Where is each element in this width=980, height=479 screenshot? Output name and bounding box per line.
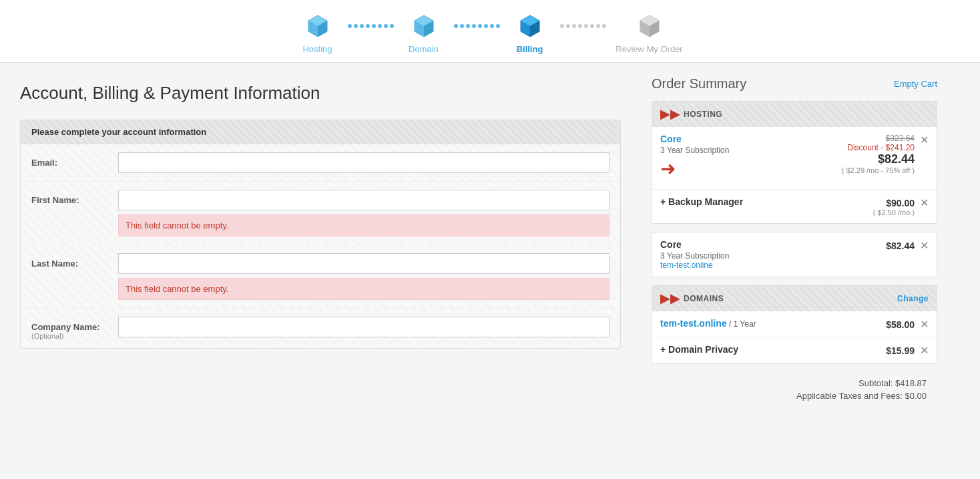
core-hosting-main-price: $82.44 [842,152,915,166]
last-name-error: This field cannot be empty. [118,278,609,300]
last-name-label: Last Name: [31,253,118,269]
core-domain-right: $82.44 ✕ [886,239,929,251]
core-hosting-original-price: $323.64 [842,134,915,143]
first-name-label: First Name: [31,190,118,205]
main-layout: Account, Billing & Payment Information P… [0,63,980,424]
right-arrow-icon: ➜ [660,158,842,180]
core-hosting-item: Core 3 Year Subscription ➜ $323.64 Disco… [652,127,937,190]
company-name-label: Company Name: (Optional) [31,317,118,340]
dot [584,24,588,28]
domain-item-remove-button[interactable]: ✕ [920,319,929,330]
dot [454,24,458,28]
dot [372,24,376,28]
step-billing[interactable]: Billing [500,12,560,54]
core-domain-prices: $82.44 [886,239,915,251]
email-row: Email: [21,144,620,182]
account-form-section: Please complete your account information… [20,120,621,349]
first-name-input[interactable] [118,190,609,210]
dot [384,24,388,28]
core-domain-sub: 3 Year Subscription tem-test.online [660,251,886,270]
hosting-section-flag: ▶▶ HOSTING [660,107,722,122]
hosting-section-label: HOSTING [684,110,722,119]
dot [466,24,470,28]
order-summary-header: Order Summary Empty Cart [652,76,937,92]
domains-card-header: ▶▶ DOMAINS Change [652,286,937,311]
core-hosting-sub: 3 Year Subscription [660,146,842,155]
backup-manager-item: + Backup Manager $90.00 ( $2.50 /mo ) ✕ [652,190,937,223]
first-name-row: First Name: This field cannot be empty. [21,182,620,245]
domain-item-price: $58.00 [886,318,915,330]
hosting-card-header: ▶▶ HOSTING [652,102,937,127]
company-name-row: Company Name: (Optional) [21,309,620,348]
backup-manager-top: + Backup Manager $90.00 ( $2.50 /mo ) ✕ [660,196,929,216]
dot [472,24,476,28]
dot [566,24,570,28]
domains-card: ▶▶ DOMAINS Change tem-test.online / 1 Ye… [652,285,937,363]
domain-privacy-item: + Domain Privacy $15.99 ✕ [652,337,937,363]
email-label: Email: [31,152,118,168]
core-hosting-price-note: ( $2.29 /mo - 75% off ) [842,166,915,174]
backup-manager-price-note: ( $2.50 /mo ) [873,208,915,216]
hosting-card: ▶▶ HOSTING Core 3 Year Subscription ➜ $3… [652,101,937,224]
form-area: Account, Billing & Payment Information P… [0,63,641,424]
email-inputs [118,152,609,173]
core-hosting-discount: Discount - $241.20 [842,143,915,152]
backup-manager-right: $90.00 ( $2.50 /mo ) ✕ [873,196,929,216]
review-cube-icon [636,12,664,40]
dot [360,24,364,28]
first-name-inputs: This field cannot be empty. [118,190,609,236]
core-hosting-prices: $323.64 Discount - $241.20 $82.44 ( $2.2… [842,134,915,174]
company-name-input[interactable] [118,317,609,337]
stepper: Hosting Domain [0,0,980,63]
email-input[interactable] [118,152,609,173]
taxes-label: Applicable Taxes and Fees: $0.00 [662,391,927,401]
dot [596,24,600,28]
domains-section-label: DOMAINS [684,294,724,303]
form-section-header: Please complete your account information [21,120,620,144]
domains-change-link[interactable]: Change [897,294,929,303]
step-domain-label: Domain [409,44,439,54]
core-hosting-remove-button[interactable]: ✕ [920,135,929,146]
dots-3 [560,24,606,43]
backup-manager-prices: $90.00 ( $2.50 /mo ) [873,196,915,216]
domain-item: tem-test.online / 1 Year $58.00 ✕ [652,311,937,337]
core-domain-remove-button[interactable]: ✕ [920,241,929,251]
backup-manager-left: + Backup Manager [660,196,873,207]
empty-cart-link[interactable]: Empty Cart [894,79,937,89]
step-hosting[interactable]: Hosting [288,12,348,54]
backup-manager-remove-button[interactable]: ✕ [920,198,929,208]
dot [354,24,358,28]
dot [590,24,594,28]
domains-section-flag: ▶▶ DOMAINS [660,291,724,306]
step-domain[interactable]: Domain [394,12,454,54]
domain-privacy-left: + Domain Privacy [660,344,886,355]
hosting-cube-icon [304,12,332,40]
domain-item-top: tem-test.online / 1 Year $58.00 ✕ [660,318,929,330]
dot [490,24,494,28]
last-name-row: Last Name: This field cannot be empty. [21,245,620,309]
domain-privacy-right: $15.99 ✕ [886,344,929,356]
step-hosting-label: Hosting [302,44,332,54]
core-domain-top: Core 3 Year Subscription tem-test.online… [660,239,929,270]
dot [366,24,370,28]
core-hosting-right: $323.64 Discount - $241.20 $82.44 ( $2.2… [842,134,929,174]
step-review[interactable]: Review My Order [606,12,693,54]
dot [478,24,482,28]
billing-cube-icon [516,12,544,40]
last-name-inputs: This field cannot be empty. [118,253,609,300]
page-title: Account, Billing & Payment Information [20,83,621,104]
core-domain-link[interactable]: tem-test.online [660,261,713,270]
domain-privacy-remove-button[interactable]: ✕ [920,345,929,356]
domain-item-right: $58.00 ✕ [886,318,929,330]
step-review-label: Review My Order [616,44,682,54]
domain-privacy-name: + Domain Privacy [660,344,886,355]
last-name-input[interactable] [118,253,609,274]
dot [578,24,582,28]
domains-flag-icon: ▶▶ [660,291,680,306]
sidebar: Order Summary Empty Cart ▶▶ HOSTING Core… [641,63,948,424]
first-name-error: This field cannot be empty. [118,214,609,236]
company-name-inputs [118,317,609,337]
subtotals: Subtotal: $418.87 Applicable Taxes and F… [652,371,937,410]
domain-item-name: tem-test.online / 1 Year [660,318,886,329]
backup-manager-price: $90.00 [873,196,915,208]
